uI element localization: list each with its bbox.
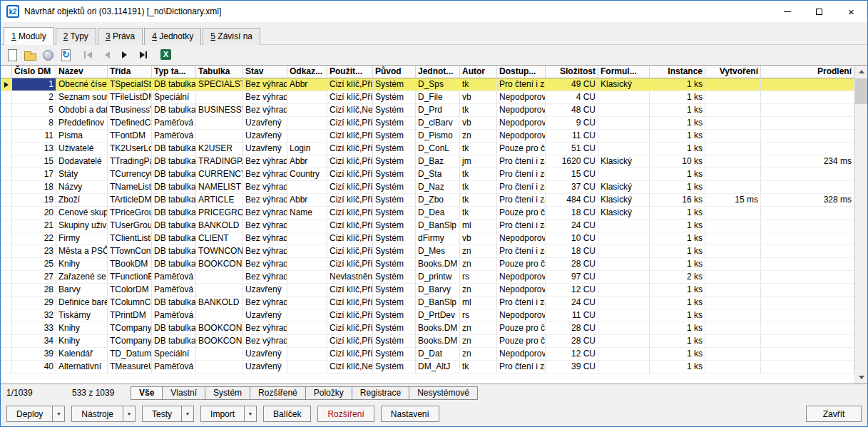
- cell[interactable]: [196, 271, 243, 284]
- cell[interactable]: Bez výhrad: [243, 322, 287, 335]
- cell[interactable]: TDefinedCol: [108, 117, 152, 130]
- cell[interactable]: Systém: [373, 258, 416, 271]
- cell[interactable]: Pouze pro čt: [497, 143, 546, 155]
- cell[interactable]: Cizí klíč,Přímá: [327, 194, 373, 207]
- cell[interactable]: TFontDM: [108, 130, 152, 143]
- cell[interactable]: tk: [460, 78, 497, 91]
- cell[interactable]: BOOKCONFI: [196, 322, 243, 335]
- cell[interactable]: [761, 245, 854, 258]
- cell[interactable]: Bez výhrad: [243, 258, 287, 271]
- cell[interactable]: [705, 232, 761, 245]
- column-header-jednot[interactable]: Jednot...: [416, 66, 460, 78]
- cell[interactable]: [705, 361, 761, 374]
- cell[interactable]: 1 ks: [650, 335, 705, 348]
- cell[interactable]: [761, 207, 854, 220]
- cell[interactable]: [287, 181, 327, 194]
- cell[interactable]: [287, 284, 327, 297]
- cell[interactable]: Zboží: [56, 194, 108, 207]
- cell[interactable]: Name: [287, 207, 327, 220]
- cell[interactable]: 18 CU: [546, 207, 598, 220]
- cell[interactable]: TSpecialStrin: [108, 78, 152, 91]
- cell[interactable]: [598, 335, 650, 348]
- table-row[interactable]: 23Města a PSČTTownConfDDB tabulkaTOWNCON…: [1, 245, 854, 258]
- cell[interactable]: [761, 297, 854, 309]
- cell[interactable]: zn: [460, 130, 497, 143]
- cell[interactable]: Uzavřený: [243, 284, 287, 297]
- cell[interactable]: 234 ms: [761, 155, 854, 168]
- cell[interactable]: 15: [12, 155, 56, 168]
- minimize-button[interactable]: [771, 1, 803, 22]
- cell[interactable]: 37 CU: [546, 181, 598, 194]
- column-header-prodlení[interactable]: Prodlení: [761, 66, 854, 78]
- cell[interactable]: tk: [460, 143, 497, 155]
- cell[interactable]: Nevlastněné: [327, 271, 373, 284]
- cell[interactable]: TD_Datum: [108, 348, 152, 361]
- tab-typy[interactable]: 2 Typy: [56, 28, 96, 45]
- cell[interactable]: [705, 104, 761, 117]
- cell[interactable]: Pouze pro čt: [497, 322, 546, 335]
- cell[interactable]: NAMELIST: [196, 181, 243, 194]
- cell[interactable]: 4 CU: [546, 91, 598, 104]
- cell[interactable]: Systém: [373, 309, 416, 322]
- cell[interactable]: [287, 130, 327, 143]
- cell[interactable]: 1 ks: [650, 207, 705, 220]
- cell[interactable]: 1 ks: [650, 258, 705, 271]
- cell[interactable]: 12 CU: [546, 284, 598, 297]
- table-row[interactable]: 15DodavateléTTradingParDB tabulkaTRADING…: [1, 155, 854, 168]
- cell[interactable]: 34: [12, 335, 56, 348]
- table-row[interactable]: 1Obecné číselTSpecialStrinDB tabulkaSPEC…: [1, 78, 854, 91]
- column-header-složitost[interactable]: Složitost: [546, 66, 598, 78]
- cell[interactable]: 24 CU: [546, 297, 598, 309]
- cell[interactable]: Nepodporov: [497, 309, 546, 322]
- cell[interactable]: Cizí klíč,Přímá: [327, 335, 373, 348]
- cell[interactable]: [705, 168, 761, 181]
- cell[interactable]: Pro čtení i zá: [497, 168, 546, 181]
- cell[interactable]: 25: [12, 258, 56, 271]
- tab-moduly[interactable]: 1 Moduly: [4, 27, 54, 45]
- cell[interactable]: TK2UserLook: [108, 143, 152, 155]
- cell[interactable]: [287, 258, 327, 271]
- filter-tab-systém[interactable]: Systém: [205, 386, 250, 400]
- cell[interactable]: Bez výhrad: [243, 78, 287, 91]
- column-header-stav[interactable]: Stav: [243, 66, 287, 78]
- cell[interactable]: 1 ks: [650, 361, 705, 374]
- cell[interactable]: [761, 91, 854, 104]
- cell[interactable]: [598, 297, 650, 309]
- cell[interactable]: ml: [460, 220, 497, 232]
- nav-prior-icon[interactable]: [100, 48, 114, 62]
- cell[interactable]: DB tabulka: [152, 258, 196, 271]
- cell[interactable]: [196, 117, 243, 130]
- cell[interactable]: tk: [460, 104, 497, 117]
- cell[interactable]: [287, 232, 327, 245]
- cell[interactable]: Nepodporov: [497, 284, 546, 297]
- cell[interactable]: Systém: [373, 335, 416, 348]
- cell[interactable]: 28: [12, 284, 56, 297]
- cell[interactable]: Systém: [373, 104, 416, 117]
- cell[interactable]: 18 CU: [546, 245, 598, 258]
- cell[interactable]: [287, 245, 327, 258]
- cell[interactable]: TClientListDN: [108, 232, 152, 245]
- cell[interactable]: [598, 271, 650, 284]
- cell[interactable]: Státy: [56, 168, 108, 181]
- cell[interactable]: DB tabulka: [152, 297, 196, 309]
- cell[interactable]: 29: [12, 297, 56, 309]
- cell[interactable]: 22: [12, 232, 56, 245]
- column-header-formul[interactable]: Formul...: [598, 66, 650, 78]
- column-header-instance[interactable]: Instance: [650, 66, 705, 78]
- cell[interactable]: 12 CU: [546, 348, 598, 361]
- cell[interactable]: [761, 78, 854, 91]
- cell[interactable]: Bez výhrad: [243, 168, 287, 181]
- cell[interactable]: Cizí klíč,Přímá: [327, 155, 373, 168]
- column-header-tabulka[interactable]: Tabulka: [196, 66, 243, 78]
- cell[interactable]: Cenové skup: [56, 207, 108, 220]
- vertical-scrollbar[interactable]: [854, 66, 867, 384]
- cell[interactable]: TFunctionEn: [108, 271, 152, 284]
- cell[interactable]: [196, 309, 243, 322]
- cell[interactable]: Bez výhrad: [243, 104, 287, 117]
- testy-dropdown-arrow-icon[interactable]: ▼: [181, 406, 193, 421]
- cell[interactable]: TPrintDM: [108, 309, 152, 322]
- scrollbar-track[interactable]: [855, 78, 867, 371]
- cell[interactable]: Alternativní: [56, 361, 108, 374]
- cell[interactable]: 1 ks: [650, 284, 705, 297]
- table-row[interactable]: 25KnihyTBookDMDB tabulkaBOOKCONFIBez výh…: [1, 258, 854, 271]
